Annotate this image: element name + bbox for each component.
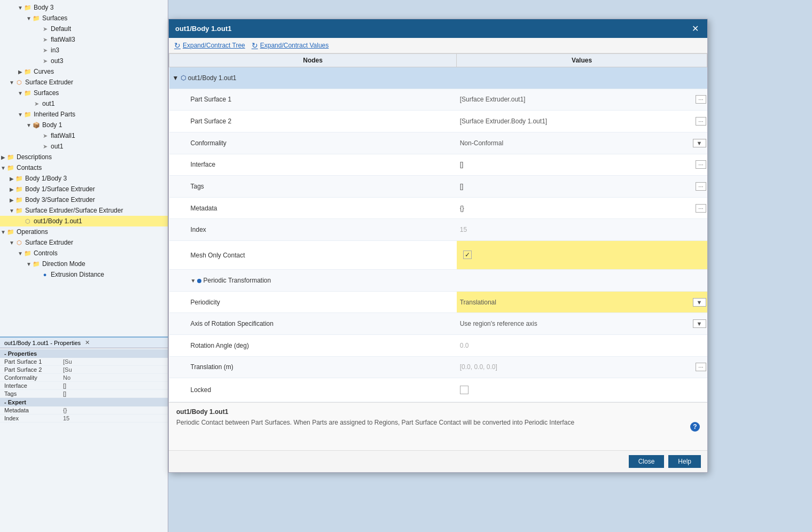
dots-button[interactable]: ···	[696, 204, 706, 213]
tab-close-button[interactable]: ✕	[85, 339, 90, 346]
dropdown-button[interactable]: ▼	[693, 319, 706, 328]
tree-item[interactable]: ➤flatWall1	[0, 130, 168, 141]
description-title: out1/Body 1.out1	[176, 408, 700, 416]
field-value: Translational	[460, 299, 496, 306]
tree-item[interactable]: ▼⬡Surface Extruder	[0, 237, 168, 248]
tree-item[interactable]: ➤out1	[0, 141, 168, 152]
checkbox-checked-icon[interactable]	[463, 251, 472, 259]
tree-item-label: Inherited Parts	[34, 111, 75, 118]
tree-node-icon: 📁	[15, 206, 24, 215]
dots-button[interactable]: ···	[696, 160, 706, 169]
tree-item[interactable]: ▼⬡Surface Extruder	[0, 77, 168, 88]
tree-item[interactable]: ➤Default	[0, 24, 168, 34]
table-row: Tags[]···	[169, 176, 707, 198]
prop-value: No	[63, 374, 163, 381]
tab-label: out1/Body 1.out1 - Properties	[4, 340, 81, 346]
tree-item[interactable]: ▼📁Surfaces	[0, 88, 168, 98]
tree-item[interactable]: ▼📁Contacts	[0, 162, 168, 173]
tree-node-icon: ➤	[32, 99, 41, 108]
tree-item[interactable]: ▶📁Body 3/Surface Extruder	[0, 194, 168, 205]
tree-arrow-icon: ▼	[17, 5, 24, 11]
tree-item[interactable]: ▼📁Surfaces	[0, 13, 168, 24]
node-cell: Mesh Only Contact	[169, 241, 457, 270]
tree-node-icon: ➤	[41, 35, 49, 44]
properties-tab-header: out1/Body 1.out1 - Properties ✕	[0, 338, 168, 348]
close-button[interactable]: Close	[629, 455, 665, 468]
tree-item[interactable]: ▼📦Body 1	[0, 120, 168, 130]
dots-button[interactable]: ···	[696, 182, 706, 191]
dialog-content: Nodes Values ▼⬡ out1/Body 1.out1Part Sur…	[169, 53, 707, 402]
table-row: ▼Periodic Transformation	[169, 270, 707, 292]
tree-arrow-icon: ▼	[0, 165, 6, 171]
tree-item[interactable]: ▼📁Inherited Parts	[0, 109, 168, 120]
prop-row: Part Surface 2[Su	[0, 366, 168, 374]
dialog-close-button[interactable]: ✕	[690, 24, 701, 34]
tree-arrow-icon: ▶	[0, 154, 6, 160]
value-cell: [0.0, 0.0, 0.0]···	[457, 356, 707, 378]
prop-row: Index15	[0, 414, 168, 423]
section-arrow-icon[interactable]: ▼	[191, 278, 197, 284]
tree-node-icon: 📁	[6, 163, 15, 172]
tree-item-label: flatWall1	[51, 132, 75, 139]
prop-row: Metadata{}	[0, 406, 168, 414]
tree-item[interactable]: ▶📁Curves	[0, 66, 168, 77]
tree-node-icon: ➤	[41, 131, 49, 140]
table-row: Metadata{}···	[169, 197, 707, 219]
tree-node-icon: 📁	[6, 228, 15, 236]
dots-button[interactable]: ···	[696, 117, 706, 126]
tree-item-label: Surface Extruder	[25, 239, 73, 246]
node-cell: Part Surface 2	[169, 111, 457, 132]
tree-node-icon: ➤	[41, 46, 49, 54]
tree-item-label: flatWall3	[51, 36, 75, 43]
tree-item[interactable]: ▶📁Body 1/Body 3	[0, 173, 168, 184]
tree-item[interactable]: ➤out3	[0, 56, 168, 66]
tree-item-label: Extrusion Distance	[51, 271, 104, 278]
value-cell: []···	[457, 154, 707, 176]
node-cell: Tags	[169, 176, 457, 198]
dialog: out1/Body 1.out1 ✕ ↻ Expand/Contract Tre…	[168, 19, 708, 473]
prop-row: Interface[]	[0, 382, 168, 390]
expand-contract-values-button[interactable]: ↻ Expand/Contract Values	[252, 41, 329, 50]
col-nodes-header: Nodes	[169, 54, 457, 67]
tree-item[interactable]: ▶📁Body 1/Surface Extruder	[0, 184, 168, 194]
help-icon[interactable]: ?	[690, 422, 700, 432]
tree-item[interactable]: ▼📁Body 3	[0, 2, 168, 13]
tree-item[interactable]: ➤flatWall3	[0, 34, 168, 45]
collapse-arrow[interactable]: ▼	[173, 74, 179, 82]
node-cell: Interface	[169, 154, 457, 176]
prop-row: ConformalityNo	[0, 374, 168, 382]
value-cell: [Surface Extruder.out1]···	[457, 89, 707, 111]
prop-value: [Su	[63, 358, 163, 365]
tree-item[interactable]: ➤in3	[0, 45, 168, 56]
tree-item-label: Direction Mode	[42, 260, 85, 268]
tree-item[interactable]: ⬡out1/Body 1.out1	[0, 216, 168, 226]
checkbox-unchecked-icon[interactable]	[460, 386, 469, 394]
expand-tree-label: Expand/Contract Tree	[183, 42, 245, 49]
tree-item-label: Body 3/Surface Extruder	[25, 196, 95, 204]
expand-contract-tree-button[interactable]: ↻ Expand/Contract Tree	[174, 41, 245, 50]
prop-label: Tags	[4, 390, 63, 397]
node-cell: Metadata	[169, 197, 457, 219]
tree-item[interactable]: ▼📁Surface Extruder/Surface Extruder	[0, 205, 168, 216]
dots-button[interactable]: ···	[696, 363, 706, 371]
help-button[interactable]: Help	[668, 455, 701, 468]
dropdown-button[interactable]: ▼	[693, 298, 706, 307]
dropdown-button[interactable]: ▼	[693, 139, 706, 147]
field-value: 0.0	[460, 342, 469, 349]
dots-button[interactable]: ···	[696, 95, 706, 104]
tree-node-icon: 📦	[32, 121, 41, 129]
tree-item[interactable]: ▶📁Descriptions	[0, 152, 168, 162]
tree-item[interactable]: ▼📁Direction Mode	[0, 259, 168, 269]
field-value: [Surface Extruder.Body 1.out1]	[460, 118, 547, 125]
table-row: Part Surface 1[Surface Extruder.out1]···	[169, 89, 707, 111]
section-title-cell: ▼Periodic Transformation	[169, 270, 707, 292]
tree-item[interactable]: ●Extrusion Distance	[0, 269, 168, 280]
value-cell: Use region's reference axis▼	[457, 313, 707, 335]
tree-item[interactable]: ▼📁Operations	[0, 226, 168, 237]
tree-item[interactable]: ▼📁Controls	[0, 248, 168, 259]
tree-node-icon: 📁	[24, 249, 32, 257]
tree-item[interactable]: ➤out1	[0, 98, 168, 109]
field-value: [0.0, 0.0, 0.0]	[460, 363, 497, 371]
field-value: {}	[460, 205, 464, 212]
tree-arrow-icon: ▼	[17, 90, 24, 96]
